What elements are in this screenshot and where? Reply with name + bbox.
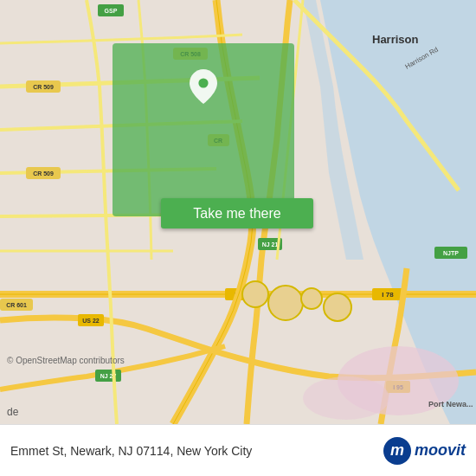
copyright-text: © OpenStreetMap contributors (7, 356, 125, 365)
svg-text:de: de (7, 406, 19, 418)
svg-text:Port Newa...: Port Newa... (428, 400, 473, 408)
location-pin-container (186, 69, 221, 104)
svg-text:CR 509: CR 509 (33, 84, 54, 90)
svg-text:I 78: I 78 (382, 291, 394, 299)
svg-point-41 (324, 293, 351, 321)
svg-text:CR 509: CR 509 (33, 170, 54, 177)
location-pin-icon (186, 69, 221, 104)
map-container: I 78 I 78 NJ 21 US 22 NJ 27 I 95 CR 509 (0, 0, 476, 424)
address-text: Emmet St, Newark, NJ 07114, New York Cit… (10, 444, 252, 458)
moovit-logo-icon: m (383, 437, 411, 465)
svg-point-38 (242, 281, 268, 307)
take-me-there-button[interactable]: Take me there (161, 198, 313, 228)
svg-text:GSP: GSP (105, 8, 118, 14)
moovit-logo: m moovit (383, 437, 466, 465)
svg-text:NJTP: NJTP (443, 250, 459, 256)
svg-point-40 (301, 288, 322, 309)
svg-point-39 (268, 286, 303, 320)
svg-text:US 22: US 22 (82, 318, 100, 324)
svg-point-44 (198, 78, 208, 87)
svg-text:Harrison: Harrison (372, 33, 419, 46)
svg-point-35 (303, 376, 389, 420)
moovit-logo-text: moovit (415, 441, 466, 460)
svg-text:CR 601: CR 601 (6, 302, 27, 308)
bottom-bar: Emmet St, Newark, NJ 07114, New York Cit… (0, 424, 476, 476)
svg-text:NJ 21: NJ 21 (262, 241, 279, 248)
